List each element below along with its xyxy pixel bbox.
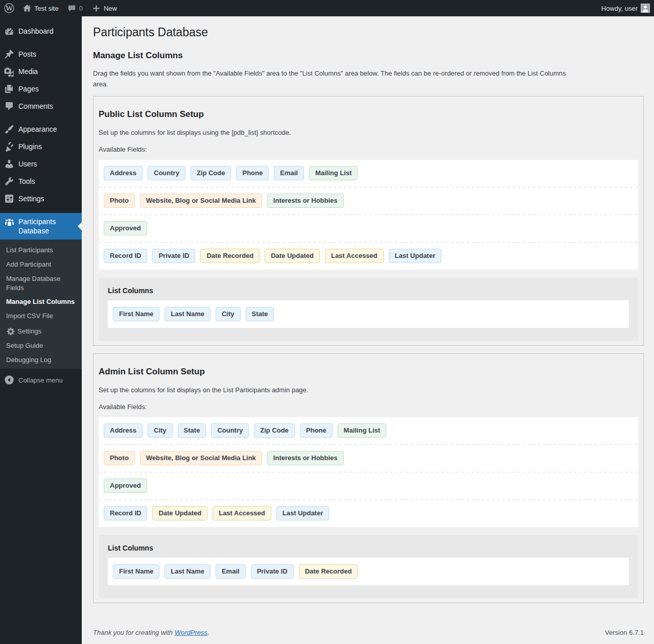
svg-text:W: W	[6, 5, 13, 12]
